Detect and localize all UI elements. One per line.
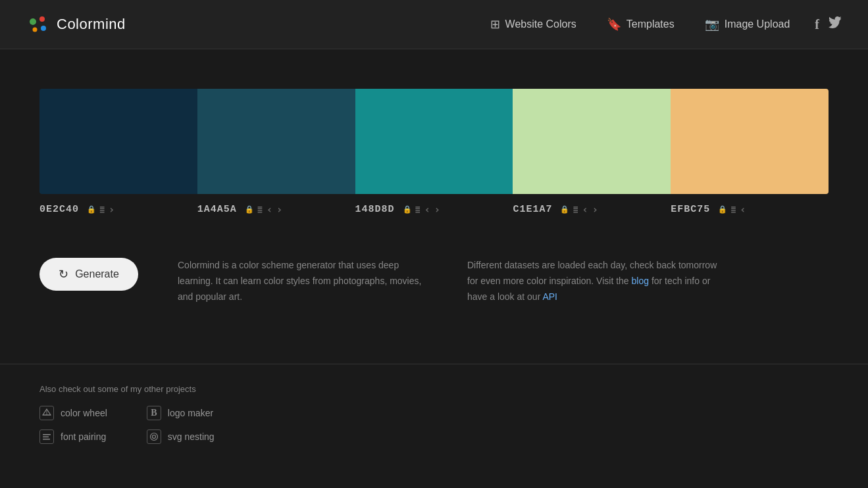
font-pairing-link[interactable]: font pairing [39, 429, 107, 444]
swatch-2[interactable] [355, 89, 513, 194]
swatch-1[interactable] [197, 89, 355, 194]
nav-image-upload[interactable]: 📷 Image Upload [693, 12, 802, 37]
swatch-label-4: EFBC75🔒≣‹ [671, 201, 829, 218]
swatch-hex-0: 0E2C40 [39, 204, 79, 215]
sliders-icon-3[interactable]: ≣ [573, 205, 578, 214]
swatch-0[interactable] [39, 89, 197, 194]
nav-website-colors[interactable]: ⊞ Website Colors [478, 12, 588, 37]
left-arrow-icon-4[interactable]: ‹ [740, 203, 746, 216]
footer-also-text: Also check out some of my other projects [39, 384, 829, 394]
swatch-label-0: 0E2C40🔒≣› [39, 201, 197, 218]
grid-icon: ⊞ [490, 17, 500, 32]
swatch-controls-0: 🔒≣› [87, 203, 115, 216]
swatch-label-1: 1A4A5A🔒≣‹› [197, 201, 355, 218]
lock-icon-4[interactable]: 🔒 [718, 205, 728, 214]
nav-templates[interactable]: 🔖 Templates [595, 12, 686, 37]
main-content: 0E2C40🔒≣›1A4A5A🔒≣‹›148D8D🔒≣‹›C1E1A7🔒≣‹›E… [0, 49, 868, 357]
svg-point-11 [152, 435, 155, 439]
lock-icon-2[interactable]: 🔒 [403, 205, 413, 214]
logo-maker-icon: B [147, 406, 161, 420]
twitter-link[interactable] [829, 16, 842, 33]
refresh-icon: ↻ [59, 267, 68, 281]
swatch-hex-2: 148D8D [355, 204, 395, 215]
generate-button[interactable]: ↻ Generate [39, 258, 138, 291]
palette-swatches [39, 89, 829, 194]
swatch-hex-1: 1A4A5A [197, 204, 237, 215]
sliders-icon-0[interactable]: ≣ [100, 205, 105, 214]
color-wheel-link[interactable]: color wheel [39, 406, 107, 420]
svg-nesting-label: svg nesting [168, 431, 215, 442]
svg-nesting-icon [147, 429, 161, 444]
swatch-hex-3: C1E1A7 [513, 204, 552, 215]
footer-col-right: B logo maker svg nesting [147, 406, 215, 444]
left-arrow-icon-1[interactable]: ‹ [267, 203, 273, 216]
info-left-text: Colormind is a color scheme generator th… [178, 260, 421, 302]
color-wheel-label: color wheel [61, 408, 107, 418]
nav-website-colors-label: Website Colors [505, 18, 576, 30]
palette-labels: 0E2C40🔒≣›1A4A5A🔒≣‹›148D8D🔒≣‹›C1E1A7🔒≣‹›E… [39, 201, 829, 218]
right-arrow-icon-2[interactable]: › [434, 203, 441, 216]
swatch-4[interactable] [671, 89, 829, 194]
svg-rect-8 [43, 437, 49, 438]
svg-point-10 [150, 433, 157, 441]
footer-col-left: color wheel font pairing [39, 406, 107, 444]
footer-links: color wheel font pairing B logo maker [39, 406, 829, 444]
logo-icon [26, 12, 50, 36]
logo-link[interactable]: Colormind [26, 12, 126, 36]
right-arrow-icon-0[interactable]: › [109, 203, 115, 216]
svg-rect-7 [43, 434, 51, 435]
font-pairing-icon [39, 429, 54, 444]
facebook-link[interactable]: f [815, 17, 819, 32]
lock-icon-0[interactable]: 🔒 [87, 205, 97, 214]
svg-point-3 [33, 28, 38, 32]
swatch-3[interactable] [513, 89, 671, 194]
camera-icon: 📷 [705, 17, 719, 32]
sliders-icon-1[interactable]: ≣ [257, 205, 263, 214]
palette-container: 0E2C40🔒≣›1A4A5A🔒≣‹›148D8D🔒≣‹›C1E1A7🔒≣‹›E… [39, 89, 829, 218]
left-arrow-icon-3[interactable]: ‹ [582, 203, 588, 216]
swatch-label-3: C1E1A7🔒≣‹› [513, 201, 671, 218]
lock-icon-1[interactable]: 🔒 [245, 205, 255, 214]
left-arrow-icon-2[interactable]: ‹ [424, 203, 430, 216]
api-link[interactable]: API [542, 291, 557, 302]
generate-label: Generate [75, 268, 119, 280]
right-arrow-icon-3[interactable]: › [592, 203, 598, 216]
nav-links: ⊞ Website Colors 🔖 Templates 📷 Image Upl… [478, 12, 802, 37]
logo-maker-label: logo maker [168, 408, 213, 418]
swatch-controls-3: 🔒≣‹› [560, 203, 598, 216]
font-pairing-label: font pairing [61, 431, 106, 442]
info-right: Different datasets are loaded each day, … [467, 258, 717, 305]
divider [0, 364, 868, 364]
social-links: f [815, 16, 842, 33]
info-left: Colormind is a color scheme generator th… [178, 258, 428, 305]
right-arrow-icon-1[interactable]: › [276, 203, 283, 216]
swatch-hex-4: EFBC75 [671, 204, 710, 215]
nav-templates-label: Templates [626, 18, 675, 30]
swatch-controls-1: 🔒≣‹› [245, 203, 283, 216]
generate-section: ↻ Generate Colormind is a color scheme g… [39, 245, 829, 331]
nav-image-upload-label: Image Upload [725, 18, 790, 30]
footer: Also check out some of my other projects… [0, 384, 868, 464]
swatch-controls-2: 🔒≣‹› [403, 203, 441, 216]
svg-rect-9 [43, 439, 50, 440]
color-wheel-icon [39, 406, 54, 420]
sliders-icon-2[interactable]: ≣ [415, 205, 421, 214]
bookmark-icon: 🔖 [607, 17, 621, 32]
svg-point-2 [41, 26, 46, 31]
swatch-label-2: 148D8D🔒≣‹› [355, 201, 513, 218]
lock-icon-3[interactable]: 🔒 [560, 205, 570, 214]
swatch-controls-4: 🔒≣‹ [718, 203, 746, 216]
logo-maker-link[interactable]: B logo maker [147, 406, 215, 420]
svg-nesting-link[interactable]: svg nesting [147, 429, 215, 444]
blog-link[interactable]: blog [632, 276, 649, 286]
logo-text: Colormind [57, 16, 126, 33]
sliders-icon-4[interactable]: ≣ [731, 205, 736, 214]
navigation: Colormind ⊞ Website Colors 🔖 Templates 📷… [0, 0, 868, 49]
svg-point-0 [30, 18, 36, 25]
svg-point-1 [39, 16, 45, 22]
